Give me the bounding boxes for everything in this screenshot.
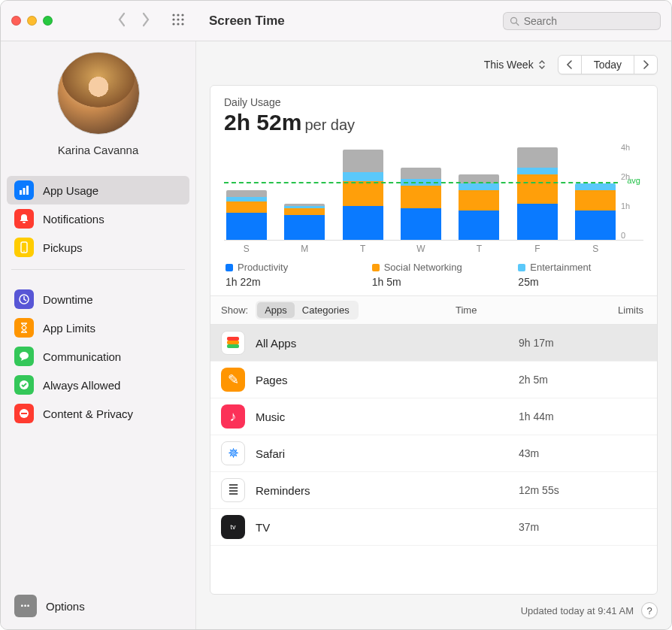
y-tick: 2h — [621, 172, 643, 181]
app-icon — [221, 331, 245, 355]
next-period-button[interactable] — [634, 56, 657, 74]
bar-segment — [401, 208, 441, 240]
check-icon — [14, 375, 34, 395]
sidebar-item-label: Downtime — [43, 293, 93, 306]
app-row[interactable]: ≣Reminders12m 55s — [210, 472, 657, 509]
sidebar-item-downtime[interactable]: Downtime — [7, 285, 189, 313]
today-button[interactable]: Today — [582, 56, 634, 74]
phone-icon — [14, 238, 34, 257]
zoom-window-button[interactable] — [43, 16, 53, 26]
svg-rect-12 — [23, 188, 26, 195]
bar-column — [398, 143, 443, 240]
x-tick: F — [515, 244, 559, 254]
bar-segment — [226, 190, 267, 197]
titlebar: Screen Time — [1, 1, 671, 41]
app-time: 9h 17m — [519, 337, 646, 349]
svg-point-6 — [172, 23, 174, 25]
app-row[interactable]: tvTV37m — [210, 509, 657, 546]
app-icon: ♪ — [221, 404, 245, 429]
bar-column — [457, 143, 501, 240]
sidebar-item-communication[interactable]: Communication — [7, 342, 189, 371]
user-avatar[interactable] — [57, 52, 140, 135]
range-dropdown[interactable]: This Week — [478, 56, 552, 74]
app-icon: ✎ — [221, 368, 245, 392]
range-label: This Week — [484, 59, 534, 71]
chevron-updown-icon — [538, 59, 546, 70]
minimize-window-button[interactable] — [27, 16, 37, 26]
sidebar-item-content-privacy[interactable]: Content & Privacy — [7, 399, 189, 428]
sidebar-item-always-allowed[interactable]: Always Allowed — [7, 371, 189, 399]
show-toggle: Apps Categories — [256, 301, 359, 320]
bar-segment — [284, 208, 325, 215]
app-name: Reminders — [256, 484, 508, 497]
y-tick: 1h — [621, 201, 643, 211]
forward-button[interactable] — [140, 12, 152, 30]
help-button[interactable]: ? — [641, 602, 658, 619]
sidebar-item-app-usage[interactable]: App Usage — [7, 176, 189, 204]
app-name: Pages — [256, 374, 508, 386]
bar-segment — [517, 147, 558, 168]
svg-point-4 — [177, 18, 179, 20]
tab-categories[interactable]: Categories — [295, 302, 357, 318]
svg-rect-21 — [227, 341, 239, 344]
col-limits-header: Limits — [591, 304, 643, 316]
bar-segment — [517, 168, 558, 174]
back-button[interactable] — [116, 12, 128, 30]
bell-icon — [14, 209, 34, 229]
chart-title: Daily Usage — [224, 96, 643, 108]
svg-rect-19 — [21, 413, 27, 414]
bar-column — [224, 143, 268, 240]
bar-segment — [343, 181, 383, 206]
x-tick: M — [282, 244, 326, 254]
bubble-icon — [14, 347, 34, 366]
svg-point-3 — [172, 18, 174, 20]
bar-segment — [575, 211, 616, 240]
sidebar: Karina Cavanna App UsageNotificationsPic… — [1, 41, 196, 629]
x-tick: W — [398, 244, 443, 254]
sidebar-divider — [11, 269, 185, 270]
app-row[interactable]: ✵Safari43m — [210, 435, 657, 472]
y-tick: 4h — [621, 143, 643, 152]
today-label: Today — [594, 59, 622, 71]
search-icon — [510, 16, 519, 26]
app-row[interactable]: ✎Pages2h 5m — [210, 362, 657, 398]
close-window-button[interactable] — [11, 16, 21, 26]
app-row[interactable]: All Apps9h 17m — [210, 325, 657, 362]
chart-value: 2h 52mper day — [224, 110, 643, 135]
hourglass-icon — [14, 318, 34, 338]
prev-period-button[interactable] — [558, 56, 582, 74]
sidebar-item-label: App Usage — [43, 184, 98, 197]
app-list: All Apps9h 17m✎Pages2h 5m♪Music1h 44m✵Sa… — [210, 325, 657, 594]
block-icon — [14, 404, 34, 423]
bar-segment — [517, 204, 558, 240]
search-input[interactable] — [524, 15, 654, 27]
sidebar-item-label: Always Allowed — [43, 379, 120, 392]
svg-point-0 — [172, 14, 174, 16]
window-title: Screen Time — [209, 14, 285, 29]
app-icon: ✵ — [221, 441, 245, 465]
sidebar-item-label: Content & Privacy — [43, 407, 133, 420]
sidebar-item-pickups[interactable]: Pickups — [7, 233, 189, 262]
bar-segment — [226, 213, 267, 240]
app-time: 37m — [519, 521, 646, 533]
clock-icon — [14, 289, 34, 309]
sidebar-item-notifications[interactable]: Notifications — [7, 204, 189, 233]
bar-segment — [575, 190, 616, 211]
svg-point-8 — [181, 23, 183, 25]
avg-line — [224, 182, 618, 183]
tab-apps[interactable]: Apps — [257, 302, 295, 318]
search-field[interactable] — [503, 12, 661, 30]
app-name: All Apps — [256, 337, 508, 350]
user-name: Karina Cavanna — [58, 144, 139, 156]
bar-segment — [459, 211, 499, 240]
bar-segment — [343, 172, 383, 181]
app-name: Safari — [256, 447, 508, 460]
bar-segment — [459, 183, 499, 190]
sidebar-item-app-limits[interactable]: App Limits — [7, 313, 189, 342]
all-preferences-icon[interactable] — [171, 13, 185, 29]
x-tick: T — [341, 244, 385, 254]
legend-swatch — [518, 264, 525, 271]
app-row[interactable]: ♪Music1h 44m — [210, 398, 657, 435]
usage-panel: Daily Usage 2h 52mper day avg 4h2h1h0 SM… — [210, 85, 658, 595]
options-button[interactable]: ••• Options — [7, 590, 189, 622]
